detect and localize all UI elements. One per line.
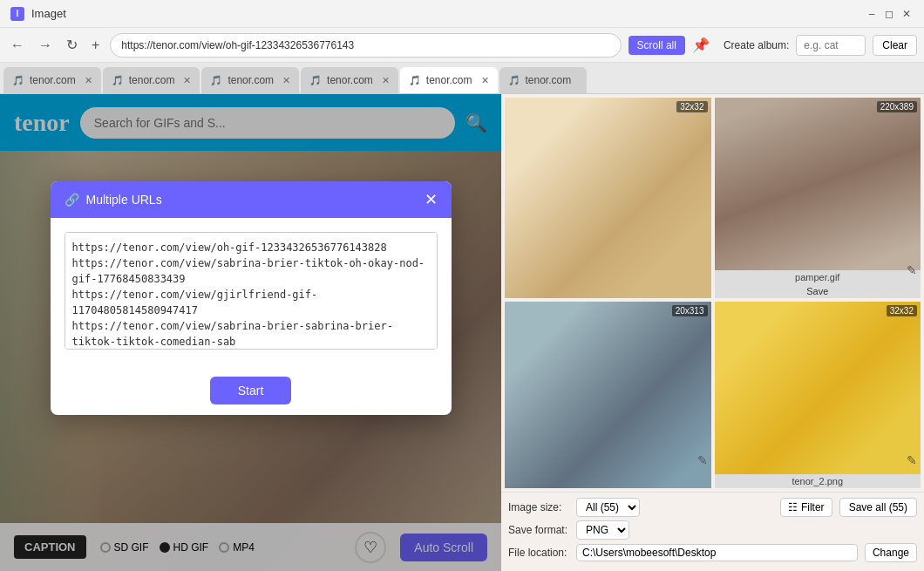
tab-close-0[interactable]: ✕ (85, 75, 92, 86)
main-content: tenor 🔍 CAPTION SD GI (0, 94, 924, 571)
tab-label-2: tenor.com (228, 74, 274, 86)
modal-title: Multiple URLs (86, 193, 162, 207)
maximize-button[interactable]: ◻ (882, 7, 896, 21)
tab-close-4[interactable]: ✕ (481, 75, 489, 86)
modal-title-area: 🔗 Multiple URLs (65, 193, 162, 207)
new-tab-button[interactable]: + (88, 34, 103, 57)
tab-label-4: tenor.com (426, 74, 472, 86)
create-album-input[interactable] (796, 35, 866, 56)
edit-icon-1[interactable]: ✎ (907, 263, 917, 277)
tab-1[interactable]: 🎵 tenor.com ✕ (103, 67, 200, 93)
image-size-label: Image size: (508, 501, 569, 513)
modal-header: 🔗 Multiple URLs ✕ (51, 181, 452, 218)
app-title: Imaget (31, 7, 66, 20)
modal-close-button[interactable]: ✕ (425, 190, 438, 209)
nav-bar: ← → ↻ + https://tenor.com/view/oh-gif-12… (0, 28, 924, 63)
grid-image-0 (505, 98, 711, 298)
control-row-1: Image size: All (55) ☷ Filter Save all (… (508, 498, 917, 517)
tab-bar: 🎵 tenor.com ✕ 🎵 tenor.com ✕ 🎵 tenor.com … (0, 63, 924, 94)
change-button[interactable]: Change (865, 543, 917, 562)
edit-icon-2[interactable]: ✎ (697, 453, 708, 467)
refresh-button[interactable]: ↻ (63, 33, 81, 57)
grid-item-1: 220x389 ✎ pamper.gif Save (715, 98, 921, 298)
back-button[interactable]: ← (7, 34, 28, 57)
modal-body: https://tenor.com/view/oh-gif-1233432653… (51, 218, 452, 366)
url-textarea[interactable]: https://tenor.com/view/oh-gif-1233432653… (65, 232, 438, 350)
browser-preview: tenor 🔍 CAPTION SD GI (0, 94, 501, 571)
save-format-select[interactable]: PNG (576, 520, 629, 540)
app-icon: I (10, 7, 24, 21)
tab-label-0: tenor.com (30, 74, 76, 86)
tab-2[interactable]: 🎵 tenor.com ✕ (201, 67, 299, 93)
tab-3[interactable]: 🎵 tenor.com ✕ (301, 67, 398, 93)
multiple-urls-modal: 🔗 Multiple URLs ✕ https://tenor.com/view… (51, 181, 452, 415)
image-grid: 32x32 220x389 ✎ pamper.gif Save 20x313 ✎ (501, 94, 924, 492)
save-all-button[interactable]: Save all (55) (839, 498, 917, 517)
modal-footer: Start (51, 366, 452, 415)
url-text: https://tenor.com/view/oh-gif-1233432653… (121, 39, 354, 51)
modal-icon: 🔗 (65, 193, 79, 207)
grid-label-1: pamper.gif (792, 270, 843, 284)
filter-label: Filter (801, 501, 825, 513)
close-button[interactable]: ✕ (900, 7, 914, 21)
save-format-label: Save format: (508, 524, 569, 536)
control-row-3: File location: Change (508, 543, 917, 562)
tab-favicon-0: 🎵 (12, 75, 24, 86)
grid-image-3 (715, 302, 921, 474)
bookmark-icon[interactable]: 📌 (692, 37, 710, 53)
minimize-button[interactable]: – (865, 7, 879, 21)
grid-image-2 (505, 302, 711, 488)
right-panel: 32x32 220x389 ✎ pamper.gif Save 20x313 ✎ (501, 94, 924, 571)
grid-size-3: 32x32 (887, 305, 917, 316)
modal-overlay: 🔗 Multiple URLs ✕ https://tenor.com/view… (0, 94, 501, 571)
grid-label-3: tenor_2.png (788, 474, 846, 488)
filter-button[interactable]: ☷ Filter (780, 498, 832, 517)
tab-favicon-5: 🎵 (508, 75, 520, 86)
url-bar[interactable]: https://tenor.com/view/oh-gif-1233432653… (110, 33, 621, 58)
tab-favicon-1: 🎵 (112, 75, 124, 86)
file-location-input[interactable] (576, 544, 858, 561)
tab-close-1[interactable]: ✕ (183, 75, 191, 86)
tab-favicon-4: 🎵 (409, 75, 421, 86)
grid-size-0: 32x32 (676, 101, 707, 112)
bottom-controls: Image size: All (55) ☷ Filter Save all (… (501, 492, 924, 571)
grid-size-2: 20x313 (672, 305, 708, 316)
file-location-label: File location: (508, 547, 569, 559)
tab-0[interactable]: 🎵 tenor.com ✕ (3, 67, 101, 93)
image-size-select[interactable]: All (55) (576, 498, 640, 517)
edit-icon-3[interactable]: ✎ (907, 453, 917, 467)
tab-label-5: tenor.com (526, 74, 572, 86)
tab-close-3[interactable]: ✕ (382, 75, 390, 86)
clear-button[interactable]: Clear (873, 35, 917, 56)
start-button[interactable]: Start (210, 377, 292, 404)
filter-icon: ☷ (788, 501, 798, 513)
grid-image-1 (715, 98, 921, 270)
grid-item-3: 32x32 ✎ tenor_2.png (715, 302, 921, 488)
tab-5[interactable]: 🎵 tenor.com (499, 67, 587, 93)
tab-4[interactable]: 🎵 tenor.com ✕ (400, 67, 498, 93)
grid-item-0: 32x32 (505, 98, 711, 298)
tab-close-2[interactable]: ✕ (282, 75, 290, 86)
forward-button[interactable]: → (35, 34, 56, 57)
scroll-all-button[interactable]: Scroll all (628, 36, 685, 55)
control-row-2: Save format: PNG (508, 520, 917, 540)
save-button-1[interactable]: Save (801, 284, 833, 298)
grid-size-1: 220x389 (877, 101, 917, 112)
tab-label-1: tenor.com (129, 74, 175, 86)
tab-favicon-2: 🎵 (210, 75, 222, 86)
grid-item-2: 20x313 ✎ (505, 302, 711, 488)
window-controls: – ◻ ✕ (865, 7, 914, 21)
tab-label-3: tenor.com (327, 74, 373, 86)
title-bar: I Imaget – ◻ ✕ (0, 0, 924, 28)
create-album-label: Create album: (724, 39, 789, 51)
tab-favicon-3: 🎵 (309, 75, 322, 86)
